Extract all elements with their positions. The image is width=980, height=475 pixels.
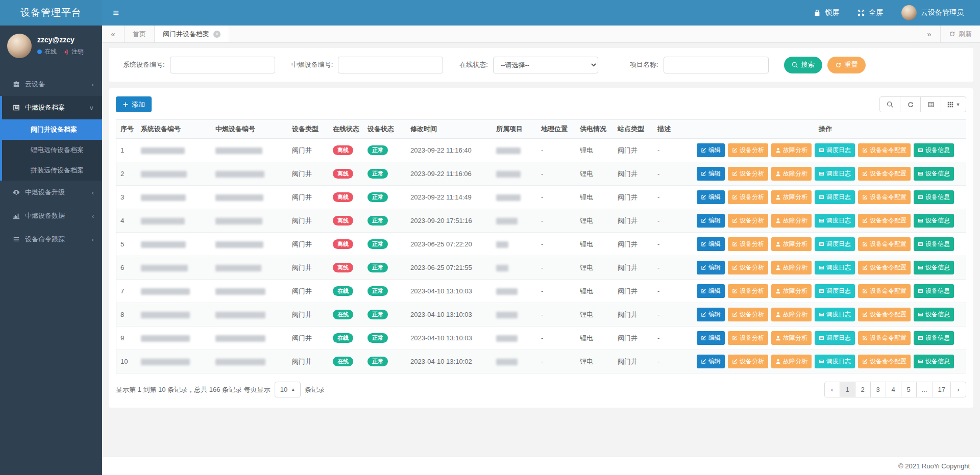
edit-button[interactable]: 编辑 [697,355,725,368]
tab-valve-well-archive[interactable]: 阀门井设备档案× [155,26,229,42]
device-info-button[interactable]: 设备信息 [914,261,954,274]
dispatch-log-button[interactable]: 调度日志 [815,190,855,204]
fault-analysis-button[interactable]: 故障分析 [771,237,812,251]
sidebar-item-zhongran-data[interactable]: 中燃设备数据‹ [0,204,102,228]
tab-close-icon[interactable]: × [213,31,220,38]
sidebar-item-cloud-device[interactable]: 云设备‹ [0,72,102,96]
page-1-button[interactable]: 1 [840,382,855,397]
fault-analysis-button[interactable]: 故障分析 [771,308,812,321]
fault-analysis-button[interactable]: 故障分析 [771,261,812,274]
edit-button[interactable]: 编辑 [697,331,725,345]
edit-button[interactable]: 编辑 [697,284,725,298]
project-name-input[interactable] [664,57,769,73]
device-command-config-button[interactable]: 设备命令配置 [858,261,911,274]
tabs-scroll-left-button[interactable]: « [102,26,125,42]
edit-button[interactable]: 编辑 [697,308,725,321]
table-search-button[interactable] [879,96,900,112]
device-info-button[interactable]: 设备信息 [914,167,954,181]
edit-button[interactable]: 编辑 [697,167,725,181]
page-4-button[interactable]: 4 [886,382,901,397]
edit-button[interactable]: 编辑 [697,261,725,274]
device-analysis-button[interactable]: 设备分析 [728,308,768,321]
device-analysis-button[interactable]: 设备分析 [728,237,768,251]
device-command-config-button[interactable]: 设备命令配置 [858,331,911,345]
sidebar-item-zhongran-archive[interactable]: 中燃设备档案∨ [2,96,102,119]
dispatch-log-button[interactable]: 调度日志 [815,143,855,157]
fault-analysis-button[interactable]: 故障分析 [771,284,812,298]
dispatch-log-button[interactable]: 调度日志 [815,331,855,345]
sidebar-subitem-lithium-remote-archive[interactable]: 锂电远传设备档案 [2,140,102,160]
device-info-button[interactable]: 设备信息 [914,331,954,345]
tab-refresh-button[interactable]: 刷新 [940,26,980,42]
fault-analysis-button[interactable]: 故障分析 [771,190,812,204]
device-info-button[interactable]: 设备信息 [914,237,954,251]
system-device-no-input[interactable] [170,57,275,73]
reset-button[interactable]: 重置 [827,57,866,73]
online-status-select[interactable]: --请选择-- [493,57,598,73]
lock-screen-button[interactable]: 锁屏 [814,8,839,17]
sidebar-toggle-button[interactable]: ≡ [102,7,130,19]
dispatch-log-button[interactable]: 调度日志 [815,167,855,181]
edit-button[interactable]: 编辑 [697,143,725,157]
device-info-button[interactable]: 设备信息 [914,284,954,298]
sidebar-subitem-assembled-remote-archive[interactable]: 拼装远传设备档案 [2,160,102,181]
device-analysis-button[interactable]: 设备分析 [728,190,768,204]
page-size-dropdown[interactable]: 10 ▲ [275,382,301,397]
device-command-config-button[interactable]: 设备命令配置 [858,355,911,368]
add-button[interactable]: 添加 [116,96,152,112]
device-command-config-button[interactable]: 设备命令配置 [858,237,911,251]
fault-analysis-button[interactable]: 故障分析 [771,331,812,345]
columns-dropdown-button[interactable]: ▼ [941,96,966,112]
fault-analysis-button[interactable]: 故障分析 [771,355,812,368]
table-refresh-button[interactable] [900,96,921,112]
device-info-button[interactable]: 设备信息 [914,143,954,157]
edit-button[interactable]: 编辑 [697,237,725,251]
tabs-scroll-right-button[interactable]: » [918,26,940,42]
search-button[interactable]: 搜索 [784,57,822,73]
sidebar-subitem-valve-well-archive[interactable]: 阀门井设备档案 [2,119,102,140]
page-next-button[interactable]: › [950,382,966,397]
device-analysis-button[interactable]: 设备分析 [728,355,768,368]
device-info-button[interactable]: 设备信息 [914,214,954,228]
page-17-button[interactable]: 17 [933,382,951,397]
zhongran-device-no-input[interactable] [338,57,443,73]
logout-button[interactable]: 注销 [63,47,84,56]
page-prev-button[interactable]: ‹ [824,382,840,397]
page-5-button[interactable]: 5 [901,382,917,397]
edit-button[interactable]: 编辑 [697,190,725,204]
tab-home[interactable]: 首页 [125,26,155,42]
dispatch-log-button[interactable]: 调度日志 [815,308,855,321]
device-analysis-button[interactable]: 设备分析 [728,284,768,298]
device-command-config-button[interactable]: 设备命令配置 [858,284,911,298]
page-2-button[interactable]: 2 [855,382,871,397]
device-info-button[interactable]: 设备信息 [914,308,954,321]
device-command-config-button[interactable]: 设备命令配置 [858,190,911,204]
device-command-config-button[interactable]: 设备命令配置 [858,308,911,321]
dispatch-log-button[interactable]: 调度日志 [815,214,855,228]
dispatch-log-button[interactable]: 调度日志 [815,284,855,298]
device-command-config-button[interactable]: 设备命令配置 [858,214,911,228]
device-command-config-button[interactable]: 设备命令配置 [858,167,911,181]
fault-analysis-button[interactable]: 故障分析 [771,214,812,228]
device-analysis-button[interactable]: 设备分析 [728,214,768,228]
dispatch-log-button[interactable]: 调度日志 [815,261,855,274]
device-command-config-button[interactable]: 设备命令配置 [858,143,911,157]
fullscreen-button[interactable]: 全屏 [857,8,883,17]
dispatch-log-button[interactable]: 调度日志 [815,355,855,368]
sidebar-item-device-command-track[interactable]: 设备命令跟踪‹ [0,228,102,251]
fault-analysis-button[interactable]: 故障分析 [771,143,812,157]
dispatch-log-button[interactable]: 调度日志 [815,237,855,251]
device-analysis-button[interactable]: 设备分析 [728,331,768,345]
edit-button[interactable]: 编辑 [697,214,725,228]
device-info-button[interactable]: 设备信息 [914,190,954,204]
card-view-button[interactable] [920,96,941,112]
page-3-button[interactable]: 3 [870,382,886,397]
device-info-button[interactable]: 设备信息 [914,355,954,368]
device-analysis-button[interactable]: 设备分析 [728,143,768,157]
chevron-down-icon: ∨ [89,104,94,112]
fault-analysis-button[interactable]: 故障分析 [771,167,812,181]
device-analysis-button[interactable]: 设备分析 [728,261,768,274]
sidebar-item-zhongran-upgrade[interactable]: 中燃设备升级‹ [0,181,102,204]
device-analysis-button[interactable]: 设备分析 [728,167,768,181]
user-menu[interactable]: 云设备管理员 [901,5,964,20]
